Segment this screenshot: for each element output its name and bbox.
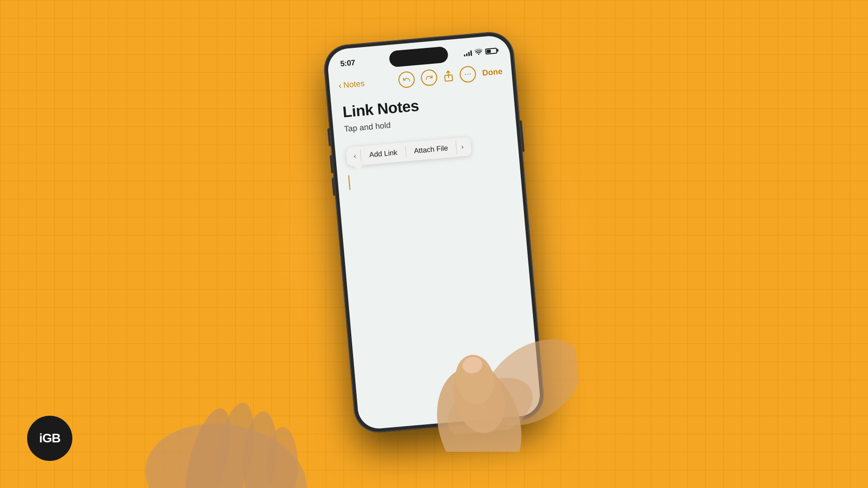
svg-point-1 [465,74,466,75]
igb-logo: iGB [27,416,72,461]
status-time: 5:07 [340,58,355,69]
phone-screen: 5:07 [326,34,542,430]
status-icons [463,47,497,57]
battery-icon [485,47,497,54]
attach-file-button[interactable]: Attach File [406,141,456,158]
back-label: Notes [343,79,365,90]
toolbar-next-button[interactable]: › [457,141,468,153]
back-button[interactable]: ‹ Notes [338,78,365,91]
wifi-icon [474,48,483,56]
back-chevron-icon: ‹ [338,80,342,90]
toolbar-prev-button[interactable]: ‹ [350,150,361,163]
done-button[interactable]: Done [482,66,503,78]
add-link-button[interactable]: Add Link [362,145,406,162]
signal-bar-1 [464,55,465,56]
share-button[interactable] [443,70,454,82]
text-cursor [348,175,350,190]
redo-button[interactable] [420,69,438,86]
formatting-toolbar: ‹ Add Link Attach File › [346,136,472,166]
signal-bar-4 [470,50,472,56]
signal-bars-icon [463,49,472,56]
signal-bar-3 [468,52,470,56]
more-button[interactable] [459,66,476,83]
note-content: Link Notes Tap and hold ‹ Add Link Attac… [331,84,542,430]
igb-logo-text: iGB [39,431,61,446]
battery-fill [486,49,491,53]
undo-button[interactable] [398,71,415,89]
signal-bar-2 [466,53,468,56]
svg-point-2 [467,74,468,75]
svg-point-3 [470,74,471,75]
phone-mockup: 5:07 [322,31,545,434]
phone-body: 5:07 [322,31,545,434]
